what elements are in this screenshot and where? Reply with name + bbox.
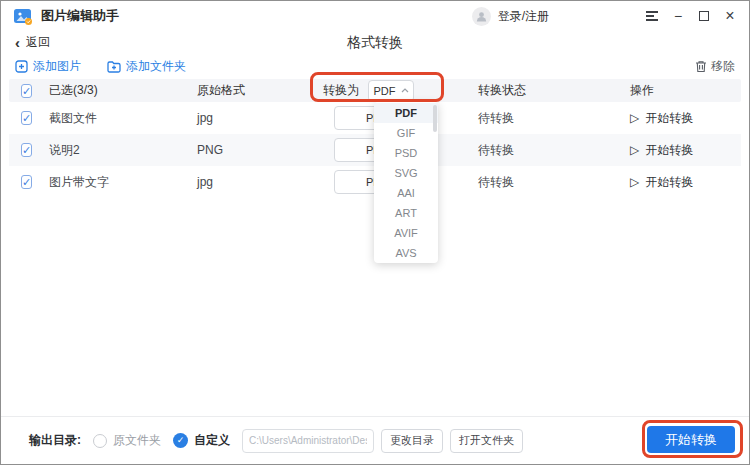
row-checkbox[interactable]: ✓ — [21, 175, 32, 189]
row-start-convert-label: 开始转换 — [645, 174, 693, 191]
output-path-input[interactable] — [242, 429, 374, 453]
chevron-up-icon — [401, 88, 409, 93]
maximize-button[interactable] — [697, 9, 711, 23]
source-format: jpg — [197, 111, 323, 125]
dropdown-option-gif[interactable]: GIF — [374, 123, 438, 143]
start-convert-button[interactable]: 开始转换 — [647, 426, 735, 453]
row-start-convert-label: 开始转换 — [645, 110, 693, 127]
page-title: 格式转换 — [347, 34, 403, 52]
radio-off-icon — [93, 434, 107, 448]
add-folder-label: 添加文件夹 — [126, 58, 186, 75]
chevron-left-icon: ‹ — [15, 35, 20, 50]
back-button[interactable]: ‹ 返回 — [15, 34, 50, 51]
title-bar: 图片编辑助手 登录/注册 − × — [1, 1, 749, 31]
minimize-button[interactable]: − — [671, 9, 685, 23]
add-image-button[interactable]: 添加图片 — [15, 58, 81, 75]
status-text: 待转换 — [478, 174, 630, 191]
dropdown-option-pdf[interactable]: PDF — [374, 103, 438, 123]
add-folder-button[interactable]: 添加文件夹 — [107, 58, 186, 75]
output-dir-label: 输出目录: — [29, 432, 81, 449]
nav-bar: ‹ 返回 格式转换 — [1, 31, 749, 54]
dropdown-option-avs[interactable]: AVS — [374, 243, 438, 263]
file-name: 图片带文字 — [49, 174, 197, 191]
add-folder-icon — [107, 60, 121, 73]
dropdown-option-art[interactable]: ART — [374, 203, 438, 223]
radio-checked-icon: ✓ — [173, 433, 188, 448]
source-format: jpg — [197, 175, 323, 189]
back-label: 返回 — [26, 34, 50, 51]
convert-to-select-all[interactable]: PDF — [368, 80, 414, 102]
status-header: 转换状态 — [478, 82, 630, 99]
dropdown-option-svg[interactable]: SVG — [374, 163, 438, 183]
change-dir-button[interactable]: 更改目录 — [381, 429, 443, 453]
add-image-icon — [15, 60, 28, 73]
login-label: 登录/注册 — [498, 8, 549, 25]
action-header: 操作 — [630, 82, 741, 99]
convert-to-header: 转换为 — [323, 82, 359, 99]
row-start-convert-button[interactable]: ▷ 开始转换 — [630, 174, 741, 191]
play-icon: ▷ — [630, 111, 639, 125]
toolbar: 添加图片 添加文件夹 移除 — [1, 54, 749, 79]
custom-folder-radio[interactable]: ✓ 自定义 — [173, 432, 230, 449]
add-image-label: 添加图片 — [33, 58, 81, 75]
open-folder-button[interactable]: 打开文件夹 — [450, 429, 523, 453]
table-header: ✓ 已选(3/3) 原始格式 转换为 PDF 转换状态 操作 — [9, 79, 741, 102]
dropdown-option-psd[interactable]: PSD — [374, 143, 438, 163]
original-folder-label: 原文件夹 — [113, 432, 161, 449]
selected-count-header: 已选(3/3) — [49, 82, 197, 99]
dropdown-scrollbar[interactable] — [433, 105, 437, 132]
login-button[interactable]: 登录/注册 — [472, 7, 549, 26]
original-folder-radio[interactable]: 原文件夹 — [93, 432, 161, 449]
row-checkbox[interactable]: ✓ — [21, 143, 32, 157]
trash-icon — [695, 60, 707, 73]
source-format-header: 原始格式 — [197, 82, 323, 99]
remove-label: 移除 — [711, 58, 735, 75]
menu-icon[interactable] — [645, 9, 659, 23]
play-icon: ▷ — [630, 143, 639, 157]
dropdown-option-avif[interactable]: AVIF — [374, 223, 438, 243]
avatar-icon — [472, 7, 491, 26]
dropdown-option-aai[interactable]: AAI — [374, 183, 438, 203]
footer-bar: 输出目录: 原文件夹 ✓ 自定义 更改目录 打开文件夹 — [1, 416, 749, 464]
close-button[interactable]: × — [723, 9, 737, 23]
format-dropdown-menu: PDF GIF PSD SVG AAI ART AVIF AVS — [374, 102, 438, 263]
row-start-convert-label: 开始转换 — [645, 142, 693, 159]
file-name: 截图文件 — [49, 110, 197, 127]
row-start-convert-button[interactable]: ▷ 开始转换 — [630, 142, 741, 159]
app-window: 图片编辑助手 登录/注册 − × ‹ 返回 格式转换 添加图片 添加文件夹 — [0, 0, 750, 465]
source-format: PNG — [197, 143, 323, 157]
app-logo-icon — [13, 6, 33, 26]
remove-button[interactable]: 移除 — [695, 58, 735, 75]
row-checkbox[interactable]: ✓ — [21, 111, 32, 125]
select-all-checkbox[interactable]: ✓ — [21, 84, 32, 98]
play-icon: ▷ — [630, 175, 639, 189]
custom-folder-label: 自定义 — [194, 432, 230, 449]
convert-to-value: PDF — [374, 85, 396, 97]
file-name: 说明2 — [49, 142, 197, 159]
status-text: 待转换 — [478, 110, 630, 127]
window-controls: − × — [645, 9, 737, 23]
row-start-convert-button[interactable]: ▷ 开始转换 — [630, 110, 741, 127]
status-text: 待转换 — [478, 142, 630, 159]
app-title: 图片编辑助手 — [41, 7, 119, 25]
